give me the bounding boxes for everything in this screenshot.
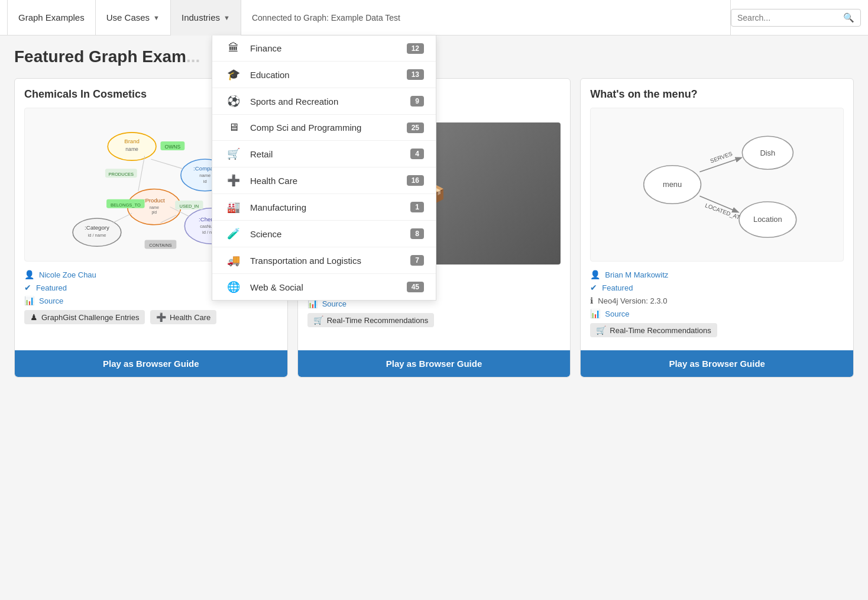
svg-text::Category: :Category xyxy=(85,224,109,231)
badge-healthcare: 16 xyxy=(407,175,424,186)
tag-label: Real-Time Recommendations xyxy=(327,316,428,325)
dropdown-item-sports[interactable]: ⚽ Sports and Recreation 9 xyxy=(212,88,436,115)
check-icon: ✔ xyxy=(24,283,31,292)
dropdown-label-retail: Retail xyxy=(250,149,406,159)
svg-text::Product: :Product xyxy=(144,197,165,204)
card-tags: 🛒 Real-Time Recommendations xyxy=(590,323,844,341)
dropdown-label-compsci: Comp Sci and Programming xyxy=(250,122,402,133)
dropdown-label-education: Education xyxy=(250,70,402,80)
nav-connected-label: Connected to Graph: Example Data Test xyxy=(241,0,731,36)
chevron-down-icon: ▼ xyxy=(224,14,230,21)
svg-text:Dish: Dish xyxy=(760,149,776,157)
card-tags: 🛒 Real-Time Recommendations xyxy=(307,313,561,331)
cart-icon: 🛒 xyxy=(313,315,323,325)
svg-text:PRODUCES: PRODUCES xyxy=(109,172,134,177)
source-icon: 📊 xyxy=(590,309,600,318)
dropdown-icon-sports: ⚽ xyxy=(224,95,243,108)
badge-transport: 7 xyxy=(410,255,424,266)
tag-graphgist[interactable]: ♟ GraphGist Challenge Entries xyxy=(24,310,145,324)
svg-line-29 xyxy=(138,156,145,191)
author-link[interactable]: Nicole Zoe Chau xyxy=(39,270,96,279)
dropdown-label-healthcare: Health Care xyxy=(250,176,402,186)
tag-healthcare[interactable]: ➕ Health Care xyxy=(150,310,216,324)
tag-realtime[interactable]: 🛒 Real-Time Recommendations xyxy=(590,323,717,337)
dropdown-item-finance[interactable]: 🏛 Finance 12 xyxy=(212,36,436,62)
source-icon: 📊 xyxy=(24,296,34,305)
nav-tab-use-cases[interactable]: Use Cases ▼ xyxy=(96,0,171,36)
featured-link[interactable]: Featured xyxy=(36,283,67,292)
author-link[interactable]: Brian M Markowitz xyxy=(605,270,668,279)
svg-text:Location: Location xyxy=(753,215,782,224)
neo4j-version: Neo4j Version: 2.3.0 xyxy=(598,296,667,305)
badge-education: 13 xyxy=(407,69,424,80)
tag-label: Real-Time Recommendations xyxy=(610,326,711,335)
dropdown-item-retail[interactable]: 🛒 Retail 4 xyxy=(212,141,436,167)
dropdown-item-web[interactable]: 🌐 Web & Social 45 xyxy=(212,274,436,300)
svg-text:OWNS: OWNS xyxy=(165,144,181,150)
badge-web: 45 xyxy=(407,282,424,292)
nav-tab-label: Graph Examples xyxy=(18,12,85,22)
svg-text:menu: menu xyxy=(663,180,682,189)
chess-icon: ♟ xyxy=(30,312,38,322)
card-whats-on-menu: What's on the menu? menu Dish Location xyxy=(580,78,854,378)
nav-tab-industries[interactable]: Industries ▼ xyxy=(171,0,241,36)
meta-neo4j-row: ℹ Neo4j Version: 2.3.0 xyxy=(590,296,844,305)
dropdown-item-manufacturing[interactable]: 🏭 Manufacturing 1 xyxy=(212,194,436,221)
person-icon: 👤 xyxy=(590,270,600,279)
dropdown-icon-compsci: 🖥 xyxy=(224,121,243,134)
dropdown-item-science[interactable]: 🧪 Science 8 xyxy=(212,221,436,247)
play-browser-guide-button[interactable]: Play as Browser Guide xyxy=(298,350,571,377)
tag-label: Health Care xyxy=(170,313,210,322)
dropdown-icon-finance: 🏛 xyxy=(224,42,243,54)
chevron-down-icon: ▼ xyxy=(153,14,160,21)
tag-realtime[interactable]: 🛒 Real-Time Recommendations xyxy=(307,313,434,327)
svg-text:id: id xyxy=(203,179,207,184)
dropdown-label-web: Web & Social xyxy=(250,282,402,292)
source-link[interactable]: Source xyxy=(39,296,63,305)
dropdown-label-sports: Sports and Recreation xyxy=(250,96,406,107)
badge-sports: 9 xyxy=(410,96,424,107)
svg-text:Brand: Brand xyxy=(124,138,140,144)
badge-finance: 12 xyxy=(407,43,424,54)
badge-compsci: 25 xyxy=(407,122,424,133)
dropdown-icon-healthcare: ➕ xyxy=(224,174,243,187)
nav-tab-label: Use Cases xyxy=(106,12,150,22)
svg-text:CONTAINS: CONTAINS xyxy=(149,243,171,248)
svg-text:USED_IN: USED_IN xyxy=(180,204,199,209)
source-link[interactable]: Source xyxy=(605,309,629,318)
meta-source-row: 📊 Source xyxy=(590,309,844,318)
dropdown-icon-web: 🌐 xyxy=(224,280,243,293)
svg-text:name: name xyxy=(125,146,138,152)
svg-line-31 xyxy=(113,213,132,222)
dropdown-item-transport[interactable]: 🚚 Transportation and Logistics 7 xyxy=(212,247,436,274)
check-icon: ✔ xyxy=(590,283,597,292)
badge-manufacturing: 1 xyxy=(410,202,424,212)
tag-label: GraphGist Challenge Entries xyxy=(41,313,139,322)
featured-link[interactable]: Featured xyxy=(602,283,633,292)
dropdown-label-transport: Transportation and Logistics xyxy=(250,256,406,266)
nav-tab-label: Industries xyxy=(182,12,220,22)
dropdown-icon-transport: 🚚 xyxy=(224,254,243,267)
dropdown-icon-manufacturing: 🏭 xyxy=(224,201,243,214)
meta-featured-row: ✔ Featured xyxy=(590,283,844,292)
svg-text:id / name: id / name xyxy=(88,233,106,238)
svg-text:name: name xyxy=(199,173,210,178)
play-browser-guide-button[interactable]: Play as Browser Guide xyxy=(581,350,853,377)
dropdown-item-compsci[interactable]: 🖥 Comp Sci and Programming 25 xyxy=(212,115,436,141)
search-box[interactable]: 🔍 xyxy=(731,9,861,27)
dropdown-label-manufacturing: Manufacturing xyxy=(250,202,406,212)
dropdown-item-healthcare[interactable]: ➕ Health Care 16 xyxy=(212,167,436,194)
dropdown-label-finance: Finance xyxy=(250,43,402,53)
dropdown-item-education[interactable]: 🎓 Education 13 xyxy=(212,62,436,88)
svg-line-28 xyxy=(151,159,183,169)
industries-dropdown: 🏛 Finance 12 🎓 Education 13 ⚽ Sports and… xyxy=(212,36,436,301)
navbar: Graph Examples Use Cases ▼ Industries ▼ … xyxy=(0,0,868,36)
card-title: What's on the menu? xyxy=(590,88,844,101)
play-browser-guide-button[interactable]: Play as Browser Guide xyxy=(15,350,287,377)
nav-tab-graph-examples[interactable]: Graph Examples xyxy=(7,0,96,36)
badge-retail: 4 xyxy=(410,149,424,159)
healthcare-icon: ➕ xyxy=(156,312,166,322)
dropdown-icon-science: 🧪 xyxy=(224,227,243,240)
svg-text:name: name xyxy=(150,205,160,209)
search-input[interactable] xyxy=(737,13,843,22)
